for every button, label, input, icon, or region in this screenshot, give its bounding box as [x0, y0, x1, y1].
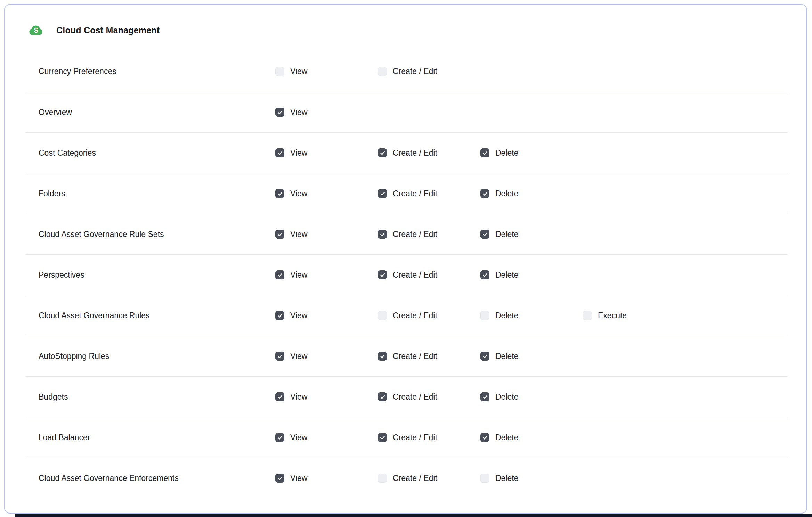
checkbox-checked-delete[interactable]: [480, 270, 489, 279]
checkbox-label-create-edit: Create / Edit: [393, 67, 437, 76]
check-icon: [277, 353, 283, 359]
permission-cell-create-edit: Create / Edit: [378, 311, 480, 320]
check-icon: [277, 475, 283, 481]
check-icon: [482, 435, 488, 441]
check-icon: [380, 353, 385, 359]
checkbox-unchecked-create-edit[interactable]: [378, 67, 387, 76]
permission-cell-create-edit: Create / Edit: [378, 189, 480, 198]
check-icon: [482, 353, 488, 359]
permission-cell-create-edit: Create / Edit: [378, 392, 480, 402]
check-icon: [482, 272, 488, 278]
checkbox-checked-view[interactable]: [275, 148, 284, 157]
check-icon: [380, 191, 385, 197]
check-icon: [380, 435, 385, 441]
permission-row: AutoStopping Rules ViewCreate / EditDele…: [26, 336, 788, 376]
checkbox-label-delete: Delete: [495, 474, 518, 483]
permission-cell-delete: Delete: [480, 392, 583, 402]
check-icon: [277, 313, 283, 319]
checkbox-checked-delete[interactable]: [480, 433, 489, 442]
checkbox-checked-delete[interactable]: [480, 230, 489, 239]
check-icon: [277, 272, 283, 278]
permission-cell-view: View: [275, 148, 378, 158]
permission-cell-view: View: [275, 433, 378, 442]
checkbox-label-view: View: [290, 108, 307, 117]
checkbox-checked-view[interactable]: [275, 433, 284, 442]
checkbox-checked-view[interactable]: [275, 392, 284, 401]
permission-cell-delete: Delete: [480, 352, 583, 361]
checkbox-label-create-edit: Create / Edit: [393, 270, 437, 280]
checkbox-checked-delete[interactable]: [480, 352, 489, 361]
permission-cell-view: View: [275, 67, 378, 76]
permission-cells: View: [275, 108, 378, 117]
check-icon: [482, 231, 488, 237]
checkbox-checked-create-edit[interactable]: [378, 189, 387, 198]
permission-row-label: AutoStopping Rules: [39, 352, 275, 361]
permission-row: Cloud Asset Governance Rule Sets ViewCre…: [26, 214, 788, 254]
permission-cell-create-edit: Create / Edit: [378, 352, 480, 361]
checkbox-checked-delete[interactable]: [480, 189, 489, 198]
checkbox-label-delete: Delete: [495, 270, 518, 280]
permission-cell-view: View: [275, 392, 378, 402]
check-icon: [277, 435, 283, 441]
permission-row: Budgets ViewCreate / EditDelete: [26, 376, 788, 417]
checkbox-checked-view[interactable]: [275, 230, 284, 239]
checkbox-checked-view[interactable]: [275, 108, 284, 117]
permission-row: Cloud Asset Governance Rules ViewCreate …: [26, 295, 788, 336]
permission-row: Currency Preferences ViewCreate / Edit: [26, 51, 788, 92]
checkbox-label-view: View: [290, 230, 307, 239]
checkbox-checked-delete[interactable]: [480, 148, 489, 157]
permission-row: Cloud Asset Governance Enforcements View…: [26, 458, 788, 498]
checkbox-checked-create-edit[interactable]: [378, 433, 387, 442]
checkbox-unchecked-delete[interactable]: [480, 311, 489, 320]
checkbox-label-create-edit: Create / Edit: [393, 189, 437, 198]
checkbox-label-create-edit: Create / Edit: [393, 433, 437, 442]
checkbox-checked-view[interactable]: [275, 311, 284, 320]
checkbox-unchecked-execute[interactable]: [583, 311, 592, 320]
checkbox-unchecked-create-edit[interactable]: [378, 311, 387, 320]
permission-cell-delete: Delete: [480, 230, 583, 239]
check-icon: [277, 191, 283, 197]
checkbox-checked-view[interactable]: [275, 352, 284, 361]
checkbox-label-view: View: [290, 392, 307, 402]
checkbox-unchecked-delete[interactable]: [480, 474, 489, 483]
check-icon: [380, 272, 385, 278]
permission-cell-delete: Delete: [480, 270, 583, 280]
svg-text:$: $: [34, 26, 38, 34]
permission-cells: ViewCreate / EditDelete: [275, 474, 583, 483]
checkbox-label-view: View: [290, 67, 307, 76]
checkbox-checked-delete[interactable]: [480, 392, 489, 401]
checkbox-label-view: View: [290, 270, 307, 280]
permission-cell-create-edit: Create / Edit: [378, 433, 480, 442]
checkbox-unchecked-create-edit[interactable]: [378, 474, 387, 483]
permission-row-label: Budgets: [39, 392, 275, 402]
permission-cells: ViewCreate / EditDelete: [275, 148, 583, 158]
cloud-dollar-icon: $: [28, 22, 44, 38]
permission-row-label: Cloud Asset Governance Rules: [39, 311, 275, 320]
permission-row-label: Cloud Asset Governance Rule Sets: [39, 230, 275, 239]
checkbox-checked-create-edit[interactable]: [378, 148, 387, 157]
checkbox-label-delete: Delete: [495, 230, 518, 239]
permission-cell-create-edit: Create / Edit: [378, 148, 480, 158]
permission-cell-execute: Execute: [583, 311, 685, 320]
permission-cell-view: View: [275, 311, 378, 320]
checkbox-checked-view[interactable]: [275, 474, 284, 483]
permission-cells: ViewCreate / EditDelete: [275, 352, 583, 361]
checkbox-label-create-edit: Create / Edit: [393, 230, 437, 239]
checkbox-label-create-edit: Create / Edit: [393, 392, 437, 402]
checkbox-checked-create-edit[interactable]: [378, 230, 387, 239]
checkbox-checked-create-edit[interactable]: [378, 392, 387, 401]
permission-cell-create-edit: Create / Edit: [378, 67, 480, 76]
permission-row-label: Perspectives: [39, 270, 275, 280]
checkbox-label-view: View: [290, 474, 307, 483]
permissions-table: Currency Preferences ViewCreate / Edit O…: [26, 51, 788, 498]
checkbox-label-create-edit: Create / Edit: [393, 474, 437, 483]
checkbox-checked-view[interactable]: [275, 270, 284, 279]
checkbox-checked-view[interactable]: [275, 189, 284, 198]
checkbox-label-delete: Delete: [495, 148, 518, 158]
permission-cell-delete: Delete: [480, 148, 583, 158]
checkbox-checked-create-edit[interactable]: [378, 352, 387, 361]
checkbox-checked-create-edit[interactable]: [378, 270, 387, 279]
check-icon: [277, 394, 283, 400]
permission-row: Load Balancer ViewCreate / EditDelete: [26, 417, 788, 458]
checkbox-unchecked-view[interactable]: [275, 67, 284, 76]
